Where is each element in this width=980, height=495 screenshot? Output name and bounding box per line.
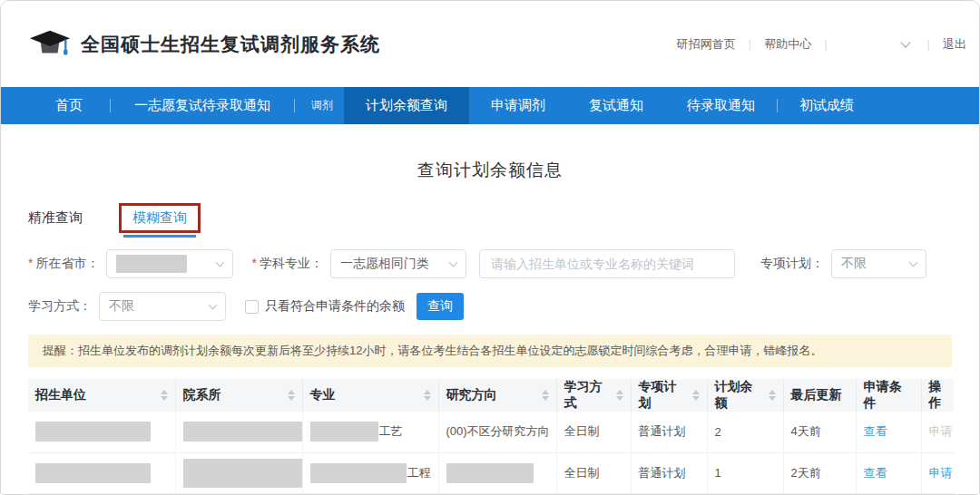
- cell-unit: [28, 412, 175, 452]
- department-redacted: [183, 422, 303, 442]
- special-plan-select[interactable]: 不限: [831, 249, 926, 278]
- sort-icon[interactable]: [288, 390, 295, 401]
- special-plan-label: 专项计划：: [760, 256, 824, 272]
- tab-fuzzy-query[interactable]: 模糊查询: [132, 209, 187, 225]
- col-header-department[interactable]: 院系所: [175, 379, 302, 412]
- username-redacted: [840, 38, 900, 51]
- separator: [824, 37, 827, 51]
- view-conditions-link[interactable]: 查看: [864, 466, 887, 480]
- table-row: 工程 全日制 普通计划 1 2天前 查看 申请: [28, 452, 954, 493]
- study-mode-value: 不限: [109, 298, 134, 315]
- nav-plan-balance-query[interactable]: 计划余额查询: [344, 87, 469, 124]
- sort-icon[interactable]: [542, 390, 549, 401]
- apply-link-disabled: 申请: [929, 424, 953, 438]
- subject-select[interactable]: 一志愿相同门类: [330, 249, 466, 278]
- study-mode-label: 学习方式：: [28, 298, 92, 315]
- sort-icon[interactable]: [692, 390, 700, 401]
- page-title: 查询计划余额信息: [28, 159, 952, 182]
- cell-unit: [28, 452, 175, 493]
- chevron-down-icon: [908, 258, 917, 267]
- cell-actions: 申请: [921, 412, 954, 452]
- study-mode-select[interactable]: 不限: [99, 292, 226, 321]
- cell-study-mode: 全日制: [556, 452, 631, 493]
- annotation-highlight-box: 模糊查询: [119, 203, 201, 233]
- cell-special-plan: 普通计划: [631, 452, 707, 493]
- cell-apply-conditions: 查看: [856, 412, 921, 452]
- filter-form: 所在省市： 学科专业： 一志愿相同门类 专项计划： 不限: [28, 249, 952, 321]
- link-yanzhao-home[interactable]: 研招网首页: [677, 36, 736, 53]
- view-conditions-link[interactable]: 查看: [864, 424, 887, 438]
- brand: 全国硕士生招生复试调剂服务系统: [28, 28, 380, 61]
- filter-row-1: 所在省市： 学科专业： 一志愿相同门类 专项计划： 不限: [28, 249, 952, 278]
- nav-retest-notice[interactable]: 复试通知: [567, 87, 665, 124]
- special-plan-value: 不限: [841, 256, 867, 272]
- cell-research-direction: (00)不区分研究方向: [438, 412, 556, 452]
- department-redacted: [183, 459, 303, 488]
- col-header-major[interactable]: 专业: [302, 379, 438, 412]
- research-direction-redacted: [446, 463, 534, 483]
- subject-value: 一志愿相同门类: [340, 256, 429, 272]
- unit-redacted: [35, 463, 151, 483]
- header-links: 研招网首页 帮助中心 退出: [677, 36, 966, 53]
- main-nav: 首页 一志愿复试待录取通知 调剂 计划余额查询 申请调剂 复试通知 待录取通知 …: [1, 87, 979, 124]
- app-window: 全国硕士生招生复试调剂服务系统 研招网首页 帮助中心 退出 首页 一志愿复试待录…: [0, 0, 980, 495]
- subject-label: 学科专业：: [251, 256, 322, 272]
- nav-initial-scores[interactable]: 初试成绩: [778, 87, 876, 124]
- nav-apply-adjustment[interactable]: 申请调剂: [469, 87, 567, 124]
- cell-special-plan: 普通计划: [631, 412, 707, 452]
- link-help-center[interactable]: 帮助中心: [764, 36, 811, 53]
- province-value-redacted: [116, 255, 187, 273]
- cell-major: 工艺: [302, 412, 438, 452]
- sort-icon[interactable]: [616, 390, 623, 401]
- province-select[interactable]: [106, 249, 233, 278]
- chevron-down-icon: [448, 258, 457, 267]
- search-button[interactable]: 查询: [416, 293, 464, 320]
- nav-pending-admission-notice[interactable]: 待录取通知: [665, 87, 777, 124]
- sort-icon[interactable]: [161, 390, 168, 401]
- cell-last-update: 4天前: [783, 412, 856, 452]
- chevron-down-icon: [216, 258, 225, 267]
- col-header-special-plan[interactable]: 专项计划: [631, 379, 707, 412]
- main-content: 查询计划余额信息 精准查询 模糊查询 所在省市： 学科专业： 一志愿相同门类: [1, 159, 979, 494]
- unit-redacted: [35, 422, 151, 442]
- separator: [927, 37, 930, 51]
- only-eligible-checkbox[interactable]: [245, 300, 259, 314]
- nav-home[interactable]: 首页: [28, 87, 110, 124]
- col-header-plan-balance[interactable]: 计划余额: [707, 379, 783, 412]
- col-header-study-mode[interactable]: 学习方式: [556, 379, 631, 412]
- col-header-research-direction[interactable]: 研究方向: [438, 379, 556, 412]
- link-logout[interactable]: 退出: [943, 36, 966, 53]
- table-row: 工艺 (00)不区分研究方向 全日制 普通计划 2 4天前 查看 申请: [28, 412, 954, 452]
- cell-research-direction: [438, 452, 556, 493]
- nav-first-choice-notice[interactable]: 一志愿复试待录取通知: [111, 87, 294, 124]
- table-header-row: 招生单位 院系所 专业 研究方向 学习方式 专项计划 计划余额 最后更新 申请条…: [28, 379, 954, 412]
- plan-balance-table: 招生单位 院系所 专业 研究方向 学习方式 专项计划 计划余额 最后更新 申请条…: [28, 379, 954, 494]
- major-redacted: [310, 463, 407, 483]
- notice-banner: 提醒：招生单位发布的调剂计划余额每次更新后将至少持续12小时，请各位考生结合各招…: [28, 335, 952, 367]
- province-label: 所在省市：: [28, 256, 99, 272]
- only-eligible-label[interactable]: 只看符合申请条件的余额: [265, 298, 405, 315]
- col-header-unit[interactable]: 招生单位: [28, 379, 175, 412]
- nav-group-label-tiaoji: 调剂: [295, 87, 344, 124]
- col-header-last-update: 最后更新: [783, 379, 856, 412]
- major-redacted: [310, 422, 378, 442]
- sort-icon[interactable]: [769, 390, 776, 401]
- filter-row-2: 学习方式： 不限 只看符合申请条件的余额 查询: [28, 292, 952, 321]
- cell-department: [175, 412, 302, 452]
- chevron-down-icon: [209, 301, 218, 310]
- cell-actions: 申请: [921, 452, 954, 493]
- cell-department: [175, 452, 302, 493]
- sort-icon[interactable]: [424, 390, 431, 401]
- chevron-down-icon[interactable]: [900, 37, 910, 47]
- app-title: 全国硕士生招生复试调剂服务系统: [81, 32, 380, 57]
- keyword-input[interactable]: [479, 249, 735, 278]
- cell-major: 工程: [302, 452, 438, 493]
- tab-precise-query[interactable]: 精准查询: [28, 209, 83, 227]
- cell-plan-balance: 2: [707, 412, 783, 452]
- apply-link[interactable]: 申请: [929, 466, 953, 480]
- graduation-cap-icon: [28, 28, 72, 61]
- query-tabs: 精准查询 模糊查询: [28, 202, 952, 233]
- separator: [749, 37, 751, 51]
- cell-study-mode: 全日制: [556, 412, 631, 452]
- cell-apply-conditions: 查看: [856, 452, 921, 493]
